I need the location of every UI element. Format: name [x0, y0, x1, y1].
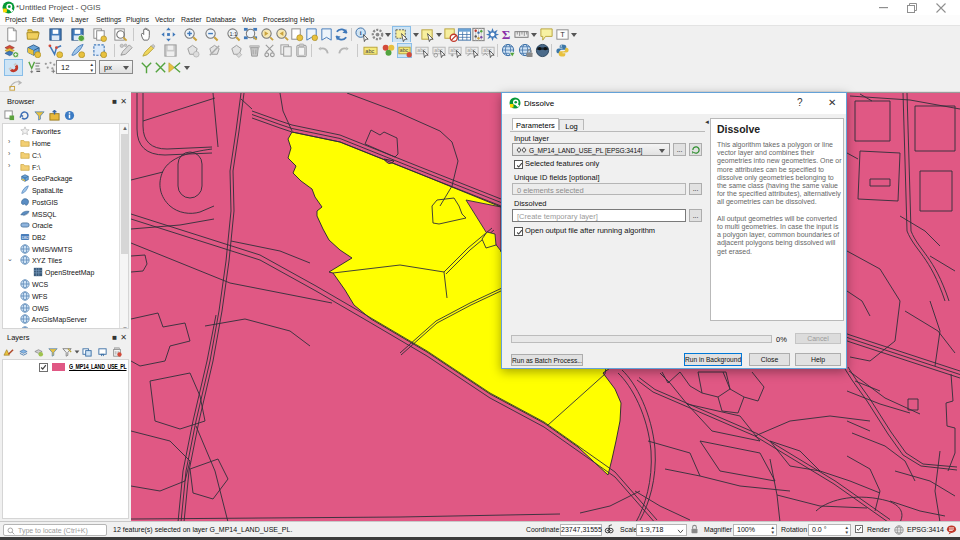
svg-text:1:1: 1:1 [229, 31, 237, 37]
svg-text:abc: abc [400, 47, 409, 53]
svg-text:DB2: DB2 [22, 236, 29, 240]
svg-text:abc: abc [365, 48, 374, 54]
svg-text:i: i [360, 29, 362, 36]
svg-text:Σ: Σ [502, 27, 511, 42]
svg-text:T: T [560, 30, 565, 39]
